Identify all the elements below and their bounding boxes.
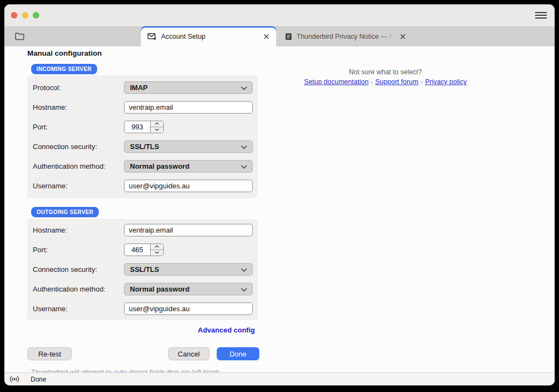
manual-config-form: Manual configuration INCOMING SERVER Pro… (4, 46, 261, 372)
incoming-auth-select[interactable]: Normal password (124, 160, 253, 173)
tab-close-button[interactable] (400, 33, 406, 40)
support-forum-link[interactable]: Support forum (375, 78, 418, 86)
field-label: Username: (27, 305, 124, 313)
close-icon (400, 33, 406, 40)
field-label: Port: (27, 123, 124, 131)
outgoing-server-badge: OUTGOING SERVER (31, 207, 99, 217)
incoming-server-panel: Protocol: IMAP Hostname: Port: (27, 75, 258, 198)
close-icon (263, 33, 270, 40)
outgoing-security-select[interactable]: SSL/TLS (124, 263, 253, 276)
hamburger-menu-icon (535, 12, 547, 13)
stepper-up-button[interactable] (151, 121, 163, 127)
chevron-down-icon (154, 251, 159, 254)
auth-row: Authentication method: Normal password (27, 160, 253, 173)
privacy-policy-link[interactable]: Privacy policy (425, 78, 467, 86)
tab-account-setup[interactable]: Account Setup (141, 26, 276, 46)
tab-privacy-notice[interactable]: Thunderbird Privacy Notice — Mozill (278, 26, 413, 46)
link-separator: - (371, 78, 373, 86)
field-label: Protocol: (27, 84, 124, 92)
autodetect-note: Thunderbird will attempt to auto-detect … (27, 369, 261, 372)
protocol-row: Protocol: IMAP (27, 81, 253, 94)
outgoing-port-field (124, 243, 164, 256)
help-block: Not sure what to select? Setup documenta… (298, 68, 473, 86)
titlebar (4, 4, 555, 26)
hostname-row: Hostname: (27, 224, 253, 236)
setup-documentation-link[interactable]: Setup documentation (304, 78, 368, 86)
mail-plus-icon (147, 33, 157, 40)
chevron-down-icon (241, 165, 247, 169)
thunderbird-window: Account Setup Thunderbird Privacy Notice… (4, 4, 555, 385)
port-row: Port: (27, 121, 253, 133)
outgoing-server-panel: Hostname: Port: (27, 219, 258, 320)
help-links: Setup documentation-Support forum-Privac… (298, 78, 473, 86)
help-question: Not sure what to select? (298, 68, 473, 76)
incoming-hostname-input[interactable] (124, 101, 253, 114)
app-menu-button[interactable] (535, 10, 547, 20)
zoom-window-button[interactable] (33, 12, 39, 19)
auth-row: Authentication method: Normal password (27, 283, 253, 295)
chevron-down-icon (154, 128, 159, 131)
retest-button[interactable]: Re-test (27, 347, 72, 360)
tab-label: Account Setup (161, 33, 258, 40)
username-row: Username: (27, 302, 253, 315)
field-label: Authentication method: (27, 162, 124, 170)
outgoing-hostname-input[interactable] (124, 224, 253, 236)
username-row: Username: (27, 180, 253, 192)
outgoing-username-input[interactable] (124, 302, 253, 315)
field-label: Hostname: (27, 103, 124, 111)
hostname-row: Hostname: (27, 101, 253, 114)
tab-close-button[interactable] (263, 33, 270, 40)
port-stepper (150, 121, 164, 133)
folder-icon (15, 32, 25, 40)
chevron-down-icon (241, 145, 247, 149)
field-label: Username: (27, 182, 124, 190)
chevron-down-icon (241, 268, 247, 272)
stepper-down-button[interactable] (151, 250, 163, 256)
label-fade (380, 33, 394, 40)
action-buttons: Re-test Cancel Done (27, 347, 259, 360)
hamburger-menu-icon (535, 17, 547, 19)
incoming-port-input[interactable] (124, 121, 150, 133)
stepper-down-button[interactable] (151, 127, 163, 133)
page-title: Manual configuration (27, 49, 261, 57)
select-value: Normal password (130, 162, 189, 170)
select-value: SSL/TLS (130, 265, 159, 274)
link-separator: - (420, 78, 423, 86)
port-row: Port: (27, 243, 253, 256)
security-row: Connection security: SSL/TLS (27, 140, 253, 153)
field-label: Connection security: (27, 265, 124, 274)
port-stepper (150, 243, 164, 256)
chevron-down-icon (241, 288, 247, 292)
select-value: Normal password (130, 285, 189, 293)
done-button[interactable]: Done (217, 347, 259, 360)
spaces-toolbar-button[interactable] (11, 29, 28, 44)
tab-label: Thunderbird Privacy Notice — Mozill (296, 33, 394, 40)
status-text: Done (31, 376, 46, 383)
select-value: SSL/TLS (130, 142, 159, 151)
cancel-button[interactable]: Cancel (168, 347, 210, 360)
advanced-config-row: Advanced config (27, 325, 258, 335)
chevron-up-icon (154, 245, 159, 248)
traffic-lights (11, 12, 39, 19)
incoming-protocol-select[interactable]: IMAP (124, 81, 253, 94)
close-window-button[interactable] (11, 12, 17, 19)
advanced-config-link[interactable]: Advanced config (198, 326, 255, 334)
select-value: IMAP (130, 84, 148, 92)
document-icon (285, 33, 292, 40)
outgoing-auth-select[interactable]: Normal password (124, 283, 253, 295)
outgoing-port-input[interactable] (124, 243, 150, 256)
tab-strip: Account Setup Thunderbird Privacy Notice… (4, 26, 555, 46)
incoming-server-badge: INCOMING SERVER (31, 64, 97, 74)
broadcast-icon (9, 376, 20, 383)
incoming-username-input[interactable] (124, 180, 253, 192)
security-row: Connection security: SSL/TLS (27, 263, 253, 276)
chevron-up-icon (154, 122, 159, 125)
minimize-window-button[interactable] (22, 12, 28, 19)
status-bar: Done (4, 372, 555, 385)
field-label: Hostname: (27, 226, 124, 234)
stepper-up-button[interactable] (151, 244, 163, 250)
incoming-port-field (124, 121, 164, 133)
incoming-security-select[interactable]: SSL/TLS (124, 140, 253, 153)
field-label: Port: (27, 246, 124, 254)
account-setup-pane: Not sure what to select? Setup documenta… (4, 46, 555, 372)
